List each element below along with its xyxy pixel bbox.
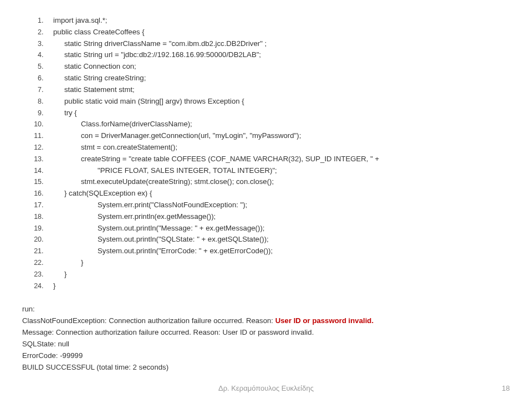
code-line: static String url = "jdbc:db2://192.168.… [45, 50, 510, 60]
code-line: try { [45, 108, 510, 118]
page-footer: Δρ. Κεραμόπουλος Ευκλείδης 18 [0, 384, 532, 392]
output-line2: Message: Connection authorization failur… [22, 326, 510, 338]
code-text: static Statement stmt; [53, 85, 135, 95]
code-line: } [45, 269, 510, 279]
code-listing: import java.sql.*;public class CreateCof… [22, 16, 510, 291]
code-text: Class.forName(driverClassName); [53, 119, 192, 129]
code-text: public class CreateCoffees { [53, 28, 145, 36]
code-text: System.out.println("Message: " + ex.getM… [53, 223, 264, 233]
code-line: System.out.println("Message: " + ex.getM… [45, 223, 510, 233]
code-text: static String createString; [53, 73, 146, 83]
code-line: System.err.println(ex.getMessage()); [45, 212, 510, 222]
code-text: "PRICE FLOAT, SALES INTEGER, TOTAL INTEG… [53, 166, 277, 176]
code-text: System.err.println(ex.getMessage()); [53, 212, 216, 222]
output-line1: ClassNotFoundException: Connection autho… [22, 315, 510, 326]
code-text: try { [53, 108, 77, 118]
code-line: } catch(SQLException ex) { [45, 188, 510, 198]
code-line: import java.sql.*; [45, 16, 510, 25]
footer-author: Δρ. Κεραμόπουλος Ευκλείδης [185, 384, 347, 392]
code-line: } [45, 281, 510, 291]
code-text: System.err.print("ClassNotFoundException… [53, 200, 247, 210]
code-line: } [45, 258, 510, 268]
code-line: static Statement stmt; [45, 85, 510, 95]
code-text: static String driverClassName = "com.ibm… [53, 39, 267, 49]
footer-page-number: 18 [347, 384, 510, 392]
code-line: static String driverClassName = "com.ibm… [45, 39, 510, 49]
code-line: static Connection con; [45, 62, 510, 71]
code-text: } [53, 282, 55, 290]
code-line: System.out.println("SQLState: " + ex.get… [45, 234, 510, 244]
code-text: System.out.println("ErrorCode: " + ex.ge… [53, 246, 273, 256]
code-text: static Connection con; [53, 62, 136, 71]
code-line: System.out.println("ErrorCode: " + ex.ge… [45, 246, 510, 256]
code-line: public class CreateCoffees { [45, 27, 510, 37]
code-text: stmt.executeUpdate(createString); stmt.c… [53, 177, 274, 187]
code-line: stmt = con.createStatement(); [45, 142, 510, 152]
output-line3: SQLState: null [22, 338, 510, 350]
code-text: } [53, 258, 83, 268]
output-run: run: [22, 303, 510, 315]
output-line4: ErrorCode: -99999 [22, 350, 510, 361]
code-text: static String url = "jdbc:db2://192.168.… [53, 50, 261, 60]
code-text: createString = "create table COFFEES (CO… [53, 154, 379, 164]
code-line: "PRICE FLOAT, SALES INTEGER, TOTAL INTEG… [45, 166, 510, 176]
code-text: public static void main (String[] argv) … [53, 96, 244, 106]
code-line: public static void main (String[] argv) … [45, 96, 510, 106]
code-line: createString = "create table COFFEES (CO… [45, 154, 510, 164]
code-line: static String createString; [45, 73, 510, 83]
code-line: Class.forName(driverClassName); [45, 119, 510, 129]
code-line: stmt.executeUpdate(createString); stmt.c… [45, 177, 510, 187]
code-line: System.err.print("ClassNotFoundException… [45, 200, 510, 210]
code-text: } [53, 269, 66, 279]
output-line5: BUILD SUCCESSFUL (total time: 2 seconds) [22, 361, 510, 373]
code-text: con = DriverManager.getConnection(url, "… [53, 131, 301, 141]
run-output: run: ClassNotFoundException: Connection … [22, 303, 510, 374]
code-text: System.out.println("SQLState: " + ex.get… [53, 234, 269, 244]
code-text: import java.sql.*; [53, 16, 107, 24]
code-text: } catch(SQLException ex) { [53, 188, 152, 198]
code-text: stmt = con.createStatement(); [53, 142, 177, 152]
code-line: con = DriverManager.getConnection(url, "… [45, 131, 510, 141]
